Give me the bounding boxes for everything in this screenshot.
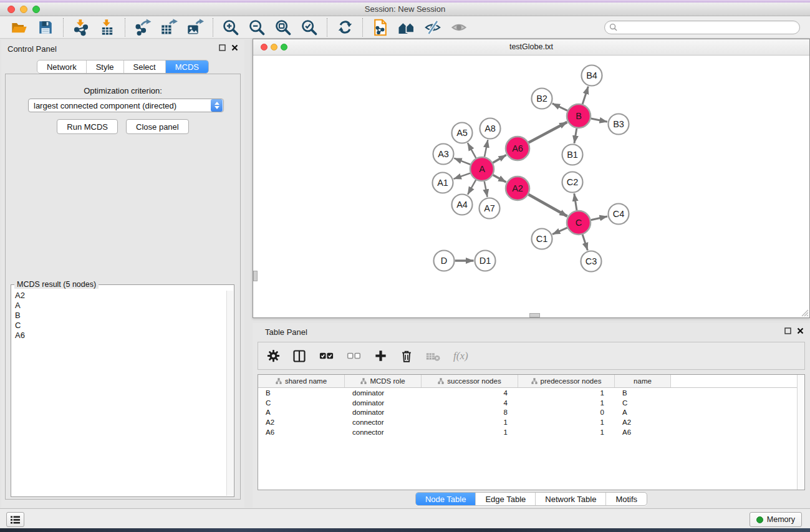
graph-edge-C-C4[interactable] (591, 216, 607, 220)
graph-node-A[interactable]: A (470, 157, 494, 181)
graph-edge-C-C3[interactable] (582, 235, 587, 250)
graph-node-C4[interactable]: C4 (609, 204, 629, 225)
graph-edge-A-A6[interactable] (493, 155, 506, 163)
tab-network-table[interactable]: Network Table (535, 493, 605, 505)
close-panel-icon[interactable] (231, 44, 238, 51)
new-network-from-selection-button[interactable] (367, 17, 393, 37)
show-graphics-button[interactable] (446, 17, 472, 37)
canvas-hscroll-stub[interactable] (529, 313, 540, 317)
memory-button[interactable]: Memory (750, 512, 802, 527)
select-all-button checked-boxes-icon[interactable] (319, 348, 334, 364)
graph-node-A3[interactable]: A3 (433, 144, 454, 165)
graph-node-A4[interactable]: A4 (452, 195, 473, 215)
tab-node-table[interactable]: Node Table (416, 493, 476, 505)
task-history-button[interactable] (6, 512, 24, 527)
graph-edge-A-A5[interactable] (468, 143, 476, 158)
optimization-criterion-select[interactable]: largest connected component (directed) (28, 99, 224, 112)
column-header-predecessor-nodes[interactable]: predecessor nodes (518, 375, 615, 387)
result-item[interactable]: B (12, 311, 227, 321)
graph-edge-B-B2[interactable] (552, 104, 567, 110)
graph-node-B[interactable]: B (567, 104, 591, 128)
close-panel-button[interactable]: Close panel (126, 119, 189, 134)
export-network-button[interactable] (130, 17, 156, 37)
column-header-MCDS-role[interactable]: MCDS role (345, 375, 422, 387)
search-input[interactable] (620, 22, 795, 32)
graph-node-A2[interactable]: A2 (506, 177, 529, 200)
graph-node-A8[interactable]: A8 (480, 118, 501, 139)
graph-node-D1[interactable]: D1 (475, 251, 496, 271)
zoom-out-button[interactable] (244, 17, 270, 37)
graph-node-C[interactable]: C (567, 211, 591, 235)
import-table-button[interactable] (94, 17, 120, 37)
float-panel-icon[interactable] (219, 44, 226, 51)
graph-node-B2[interactable]: B2 (532, 89, 552, 109)
graph-node-A1[interactable]: A1 (433, 173, 453, 193)
tab-motifs[interactable]: Motifs (605, 493, 647, 505)
table-row[interactable]: Bdominator41B (258, 388, 804, 398)
network-canvas[interactable]: B4B2BB3A8A5A6A3B1AA1C2A2A4A7C4CC1C3DD1 (253, 56, 809, 317)
graph-edge-C-C1[interactable] (552, 228, 567, 234)
search-box[interactable] (604, 21, 800, 34)
graph-node-A6[interactable]: A6 (506, 137, 529, 160)
graph-node-B1[interactable]: B1 (562, 145, 583, 165)
open-session-button[interactable] (6, 17, 32, 37)
delete-button trash-icon[interactable] (400, 349, 413, 363)
graph-node-D[interactable]: D (434, 251, 455, 271)
unselect-all-button empty-boxes-icon[interactable] (346, 348, 362, 364)
import-network-button[interactable] (68, 17, 94, 37)
graph-node-B3[interactable]: B3 (609, 114, 629, 135)
close-panel-icon[interactable] (797, 327, 804, 334)
graph-edge-C-C2[interactable] (574, 193, 577, 210)
export-table-button[interactable] (156, 17, 182, 37)
result-list-scrollbar[interactable] (226, 291, 233, 496)
column-header-shared-name[interactable]: shared name (258, 375, 345, 387)
graph-edge-A-A8[interactable] (485, 140, 488, 157)
table-row[interactable]: Adominator80A (258, 407, 804, 417)
table-row[interactable]: Cdominator41C (258, 398, 804, 408)
table-scrollbar[interactable] (797, 375, 804, 490)
graph-edge-A2-C[interactable] (528, 195, 567, 216)
table-settings-button gear-icon[interactable] (267, 349, 280, 362)
graph-edge-A-A3[interactable] (454, 158, 470, 165)
refresh-button[interactable] (332, 17, 358, 37)
column-header-successor-nodes[interactable]: successor nodes (422, 375, 518, 387)
graph-node-A7[interactable]: A7 (480, 198, 500, 219)
tab-select[interactable]: Select (123, 60, 165, 73)
tab-network[interactable]: Network (37, 60, 86, 73)
network-overview-button[interactable] (393, 17, 420, 37)
table-row[interactable]: A6connector11A6 (258, 427, 804, 437)
graph-edge-A-A2[interactable] (493, 175, 506, 182)
column-header-name[interactable]: name (615, 375, 671, 387)
graph-edge-A-A4[interactable] (468, 180, 476, 194)
zoom-fit-button[interactable] (270, 17, 296, 37)
graph-node-B4[interactable]: B4 (582, 65, 602, 86)
resize-grip-icon[interactable] (801, 309, 809, 317)
export-image-button[interactable] (182, 17, 208, 37)
canvas-vscroll-stub[interactable] (253, 271, 258, 281)
graph-edge-A-A7[interactable] (485, 181, 488, 197)
graph-edge-A-A1[interactable] (453, 173, 470, 179)
graph-edge-B-B4[interactable] (582, 87, 588, 104)
graph-node-C3[interactable]: C3 (581, 251, 602, 272)
save-session-button[interactable] (32, 17, 59, 37)
tab-style[interactable]: Style (86, 60, 123, 73)
result-item[interactable]: A (12, 301, 227, 311)
result-item[interactable]: C (12, 321, 227, 331)
graph-node-C1[interactable]: C1 (532, 229, 552, 249)
tab-mcds[interactable]: MCDS (165, 60, 208, 73)
show-columns-button columns-icon[interactable] (292, 349, 307, 364)
graph-node-C2[interactable]: C2 (562, 172, 583, 193)
add-column-button plus-icon[interactable] (374, 349, 388, 363)
float-panel-icon[interactable] (784, 327, 791, 334)
zoom-selected-button[interactable] (296, 17, 322, 37)
toggle-graphics-details-button[interactable] (420, 17, 446, 37)
graph-edge-B-B1[interactable] (574, 128, 577, 143)
run-mcds-button[interactable]: Run MCDS (57, 119, 118, 134)
table-row[interactable]: A2connector11A2 (258, 417, 804, 427)
tab-edge-table[interactable]: Edge Table (475, 493, 535, 505)
graph-edge-A6-B[interactable] (529, 122, 567, 143)
graph-edge-B-B3[interactable] (591, 118, 607, 122)
graph-node-A5[interactable]: A5 (452, 123, 473, 143)
network-window-titlebar[interactable]: testGlobe.txt (253, 39, 809, 56)
result-item[interactable]: A6 (12, 331, 227, 341)
